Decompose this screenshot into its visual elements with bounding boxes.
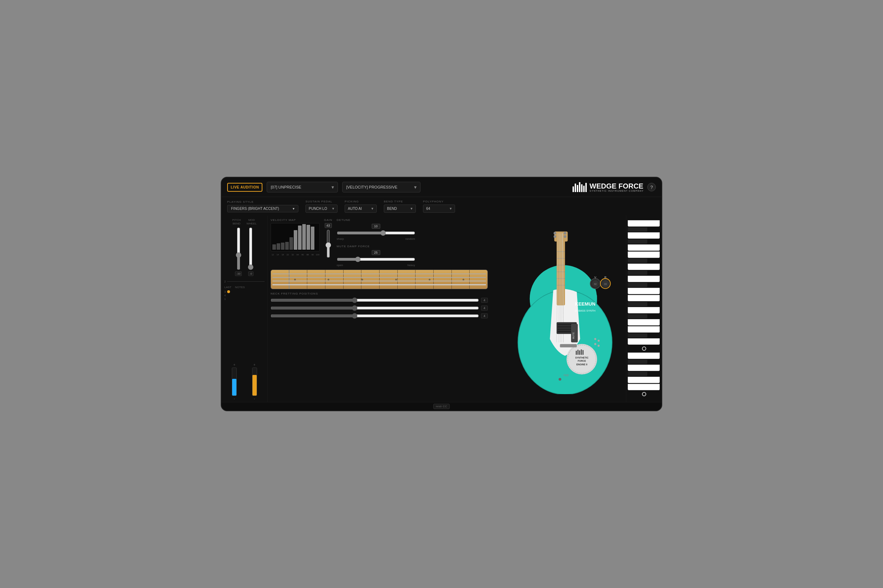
velocity-map: VELOCITY MAP 121418223264808890100 bbox=[271, 218, 320, 267]
key-19[interactable] bbox=[628, 333, 647, 338]
velocity-map-bars[interactable] bbox=[271, 223, 320, 252]
vm-bar-9[interactable] bbox=[311, 226, 314, 250]
nf-slider-3[interactable] bbox=[271, 313, 479, 319]
key-indicator-2 bbox=[642, 392, 646, 396]
key-1[interactable] bbox=[628, 220, 660, 226]
key-indicator-1 bbox=[642, 346, 646, 351]
vm-bar-8[interactable] bbox=[307, 225, 310, 250]
key-4[interactable] bbox=[628, 239, 647, 244]
nf-row-2: 4 bbox=[271, 305, 488, 311]
live-audition-button[interactable]: LIVE AUDITION bbox=[227, 183, 262, 192]
key-22[interactable] bbox=[628, 360, 647, 364]
brand-area: WEDGE FORCE SYNTHETIC INSTRUMENT COMPANY… bbox=[573, 182, 656, 192]
nf-slider-1[interactable] bbox=[271, 297, 479, 303]
vm-bar-0[interactable] bbox=[272, 244, 276, 250]
mute-damp-slider[interactable] bbox=[337, 256, 415, 262]
key-26[interactable] bbox=[628, 384, 660, 390]
key-6[interactable] bbox=[628, 252, 660, 258]
mod-wheel-slider-wrap: -0 bbox=[247, 227, 254, 276]
key-7[interactable] bbox=[628, 259, 647, 263]
logo-icon bbox=[573, 182, 587, 192]
key-2[interactable] bbox=[628, 227, 647, 232]
plugin-container: LIVE AUDITION [07] UNPRECISE ▾ [VELOCITY… bbox=[221, 177, 662, 411]
gain-section: GAIN 43 bbox=[324, 218, 332, 267]
badge-circle bbox=[567, 344, 597, 374]
string-2 bbox=[272, 277, 486, 278]
polyphony-dropdown[interactable]: 64 ▾ bbox=[423, 204, 455, 213]
key-3[interactable] bbox=[628, 232, 660, 238]
guitar-panel: MUTE KEEMUN DI BASS SYNTH V 92 R 33 bbox=[490, 216, 626, 402]
bend-type-group: BEND TYPE BEND ▾ bbox=[384, 200, 416, 213]
fret-dots bbox=[271, 279, 487, 280]
badge-logo-bar5 bbox=[582, 350, 584, 355]
vm-bar-label-2: 18 bbox=[281, 254, 285, 256]
sustain-pedal-group: SUSTAIN PEDAL PUNCH LO ▾ bbox=[305, 200, 337, 213]
fader-1-plus[interactable]: + bbox=[233, 363, 235, 367]
playing-style-dropdown[interactable]: FINGERS (BRIGHT ACCENT) ▾ bbox=[227, 205, 298, 212]
bend-type-dropdown[interactable]: BEND ▾ bbox=[384, 204, 416, 213]
mute-damp-heavy-label: heavy bbox=[407, 264, 415, 267]
mod-wheel-slider[interactable] bbox=[247, 227, 254, 270]
neck-fretting-section: NECK FRETTING POSITIONS 4 4 4 bbox=[271, 292, 488, 319]
tuning-peg-4 bbox=[564, 235, 567, 238]
fader-1-bar bbox=[232, 368, 237, 396]
picking-dropdown[interactable]: AUTO AI ▾ bbox=[344, 204, 377, 213]
vm-bar-1[interactable] bbox=[277, 243, 280, 250]
detune-random-label: random bbox=[405, 237, 415, 240]
fader-2-plus[interactable]: + bbox=[254, 363, 256, 367]
note-indicator-1 bbox=[227, 290, 230, 293]
key-24[interactable] bbox=[628, 372, 647, 376]
key-17[interactable] bbox=[628, 319, 660, 326]
key-25[interactable] bbox=[628, 377, 660, 383]
picking-value: AUTO AI bbox=[348, 207, 362, 211]
guitar-svg: MUTE KEEMUN DI BASS SYNTH V 92 R 33 bbox=[498, 224, 619, 394]
bridge-post-3 bbox=[594, 343, 596, 345]
key-16[interactable] bbox=[628, 314, 647, 318]
key-9[interactable] bbox=[628, 271, 647, 275]
velocity-map-label: VELOCITY MAP bbox=[271, 218, 320, 222]
fader-2-bar bbox=[252, 368, 257, 396]
key-11[interactable] bbox=[628, 283, 647, 287]
keyboard-keys bbox=[626, 218, 662, 399]
key-21[interactable] bbox=[628, 352, 660, 359]
key-15[interactable] bbox=[628, 307, 660, 314]
vm-bar-2[interactable] bbox=[281, 243, 284, 250]
key-20[interactable] bbox=[628, 338, 660, 345]
vm-bar-7[interactable] bbox=[302, 224, 306, 250]
key-12[interactable] bbox=[628, 288, 660, 294]
key-13[interactable] bbox=[628, 295, 660, 301]
vm-bar-6[interactable] bbox=[298, 225, 302, 250]
mute-damp-open-label: open bbox=[337, 264, 343, 267]
top-bar: LIVE AUDITION [07] UNPRECISE ▾ [VELOCITY… bbox=[221, 177, 662, 197]
key-10[interactable] bbox=[628, 276, 660, 282]
detune-slider[interactable] bbox=[337, 230, 415, 236]
fader-2-minus[interactable]: - bbox=[254, 397, 255, 400]
fader-1-minus[interactable]: - bbox=[234, 397, 235, 400]
fader-2-fill bbox=[253, 375, 257, 396]
nf-slider-2[interactable] bbox=[271, 305, 479, 311]
vm-bar-3[interactable] bbox=[285, 242, 289, 250]
sustain-pedal-dropdown[interactable]: PUNCH LO ▾ bbox=[305, 204, 337, 213]
vm-bar-4[interactable] bbox=[289, 237, 293, 250]
picking-label: PICKING bbox=[344, 200, 377, 203]
vm-bar-5[interactable] bbox=[294, 230, 297, 250]
preset-dropdown[interactable]: [07] UNPRECISE ▾ bbox=[267, 182, 338, 192]
key-23[interactable] bbox=[628, 364, 660, 371]
pitch-bend-slider[interactable] bbox=[235, 227, 242, 270]
nf-value-1: 4 bbox=[481, 298, 488, 303]
key-8[interactable] bbox=[628, 264, 660, 270]
gain-slider[interactable] bbox=[325, 230, 331, 258]
midi-cc-button[interactable]: midi CC bbox=[433, 404, 450, 409]
bridge-post-1 bbox=[594, 338, 596, 340]
help-button[interactable]: ? bbox=[647, 183, 656, 191]
nf-value-3: 4 bbox=[481, 314, 488, 318]
detune-value: 10 bbox=[372, 224, 380, 229]
playing-style-arrow: ▾ bbox=[293, 207, 295, 211]
nf-row-3: 4 bbox=[271, 313, 488, 319]
key-14[interactable] bbox=[628, 302, 647, 306]
key-5[interactable] bbox=[628, 244, 660, 251]
velocity-dropdown[interactable]: [VELOCITY] PROGRESSIVE ▾ bbox=[342, 182, 421, 192]
picking-group: PICKING AUTO AI ▾ bbox=[344, 200, 377, 213]
playing-style-label: PLAYING STYLE bbox=[227, 200, 298, 204]
key-18[interactable] bbox=[628, 326, 660, 333]
